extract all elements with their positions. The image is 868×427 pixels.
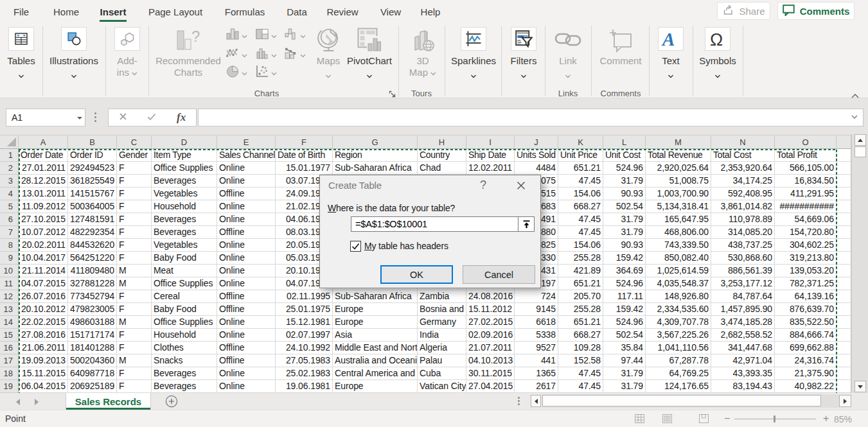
cell-F1[interactable]: Date of Birth <box>276 149 333 162</box>
dialog-help-icon[interactable]: ? <box>480 179 486 192</box>
cell-D10[interactable]: Meat <box>152 265 217 277</box>
cell-D11[interactable]: Office Supplies <box>152 277 217 290</box>
cell-M4[interactable]: 1,003,700.90 <box>646 187 711 200</box>
cell-O18[interactable]: 21,375.90 <box>775 367 837 380</box>
cell-E4[interactable]: Offline <box>217 187 276 200</box>
cell-B14[interactable]: 498603188 <box>68 316 117 329</box>
cell-M2[interactable]: 2,920,025.64 <box>646 162 711 175</box>
cell-E6[interactable]: Online <box>217 213 276 226</box>
cell-L10[interactable]: 364.69 <box>603 265 646 277</box>
cell-N13[interactable]: 1,457,895.90 <box>711 303 775 316</box>
cell-E9[interactable]: Online <box>217 252 276 265</box>
cell-K8[interactable]: 154.06 <box>558 239 603 252</box>
name-box[interactable]: A1 <box>6 109 85 126</box>
cell-C16[interactable]: F <box>117 342 152 354</box>
cell-D1[interactable]: Item Type <box>152 149 217 162</box>
cancel-button[interactable]: Cancel <box>463 265 535 284</box>
cell-J1[interactable]: Units Sold <box>515 149 558 162</box>
row-header-9[interactable]: 9 <box>0 252 19 265</box>
vscroll-up-button[interactable] <box>855 134 866 146</box>
cell-G12[interactable]: Sub-Saharan Africa <box>333 290 418 303</box>
cell-C11[interactable]: M <box>117 277 152 290</box>
cell-I16[interactable]: 21.07.2011 <box>466 342 515 354</box>
cell-N11[interactable]: 3,253,177.12 <box>711 277 775 290</box>
menu-tab-review[interactable]: Review <box>326 0 358 23</box>
cell-N5[interactable]: 3,861,014.82 <box>711 200 775 213</box>
cell-N3[interactable]: 34,174.25 <box>711 175 775 187</box>
row-header-5[interactable]: 5 <box>0 200 19 213</box>
cell-C8[interactable]: F <box>117 239 152 252</box>
cell-L16[interactable]: 35.84 <box>603 342 646 354</box>
row-header-18[interactable]: 18 <box>0 367 19 380</box>
cell-L11[interactable]: 524.96 <box>603 277 646 290</box>
cell-K3[interactable]: 47.45 <box>558 175 603 187</box>
cell-F14[interactable]: 15.12.1981 <box>276 316 333 329</box>
cell-H14[interactable]: Germany <box>418 316 466 329</box>
range-picker-button[interactable] <box>518 216 535 232</box>
cell-A11[interactable]: 04.07.2015 <box>19 277 68 290</box>
cell-O15[interactable]: 884,666.74 <box>775 329 837 342</box>
cell-O11[interactable]: 782,371.25 <box>775 277 837 290</box>
cell-D13[interactable]: Baby Food <box>152 303 217 316</box>
cell-D17[interactable]: Snacks <box>152 354 217 367</box>
ribbon-button-insert-column-chart[interactable] <box>226 28 247 43</box>
menu-tab-view[interactable]: View <box>380 0 401 23</box>
column-header-H[interactable]: H <box>418 135 466 149</box>
cell-C3[interactable]: F <box>117 175 152 187</box>
cell-E1[interactable]: Sales Channel <box>217 149 276 162</box>
cell-A15[interactable]: 27.08.2016 <box>19 329 68 342</box>
cell-E10[interactable]: Online <box>217 265 276 277</box>
cell-O10[interactable]: 139,053.20 <box>775 265 837 277</box>
cell-A17[interactable]: 19.09.2013 <box>19 354 68 367</box>
cell-K11[interactable]: 651.21 <box>558 277 603 290</box>
cell-B19[interactable]: 206925189 <box>68 380 117 393</box>
cell-D5[interactable]: Household <box>152 200 217 213</box>
cell-E15[interactable]: Online <box>217 329 276 342</box>
cell-C19[interactable]: F <box>117 380 152 393</box>
cell-O16[interactable]: 699,662.88 <box>775 342 837 354</box>
cell-O17[interactable]: 24,316.74 <box>775 354 837 367</box>
cell-F16[interactable]: 24.10.1992 <box>276 342 333 354</box>
cell-A3[interactable]: 28.12.2015 <box>19 175 68 187</box>
cell-O3[interactable]: 16,834.50 <box>775 175 837 187</box>
cell-E13[interactable]: Offline <box>217 303 276 316</box>
cell-D12[interactable]: Cereal <box>152 290 217 303</box>
cell-D15[interactable]: Household <box>152 329 217 342</box>
cell-L1[interactable]: Unit Cost <box>603 149 646 162</box>
row-header-19[interactable]: 19 <box>0 380 19 393</box>
cell-A9[interactable]: 10.04.2017 <box>19 252 68 265</box>
cell-A5[interactable]: 11.09.2012 <box>19 200 68 213</box>
menu-tab-help[interactable]: Help <box>421 0 441 23</box>
cell-K16[interactable]: 109.28 <box>558 342 603 354</box>
column-header-J[interactable]: J <box>515 135 558 149</box>
cell-N2[interactable]: 2,353,920.64 <box>711 162 775 175</box>
menu-tab-page-layout[interactable]: Page Layout <box>148 0 202 23</box>
row-header-13[interactable]: 13 <box>0 303 19 316</box>
cell-E7[interactable]: Offline <box>217 226 276 239</box>
cell-C6[interactable]: F <box>117 213 152 226</box>
hscroll-track[interactable] <box>542 394 839 408</box>
cell-A8[interactable]: 20.02.2011 <box>19 239 68 252</box>
formula-expand-icon[interactable] <box>851 115 858 119</box>
ribbon-button-insert-statistic-chart[interactable] <box>256 47 277 62</box>
cell-I19[interactable]: 27.04.2015 <box>466 380 515 393</box>
cell-D19[interactable]: Beverages <box>152 380 217 393</box>
row-header-16[interactable]: 16 <box>0 342 19 354</box>
cell-L4[interactable]: 90.93 <box>603 187 646 200</box>
cell-M6[interactable]: 165,647.95 <box>646 213 711 226</box>
cell-O1[interactable]: Total Profit <box>775 149 837 162</box>
cell-A6[interactable]: 27.10.2015 <box>19 213 68 226</box>
cell-H17[interactable]: Palau <box>418 354 466 367</box>
cell-K4[interactable]: 154.06 <box>558 187 603 200</box>
cell-K14[interactable]: 651.21 <box>558 316 603 329</box>
zoom-level[interactable]: 85% <box>834 414 852 424</box>
cell-C18[interactable]: F <box>117 367 152 380</box>
formula-bar-splitter[interactable] <box>94 112 96 123</box>
cell-J18[interactable]: 1365 <box>515 367 558 380</box>
cell-G15[interactable]: Asia <box>333 329 418 342</box>
vertical-scrollbar[interactable] <box>851 134 868 393</box>
cell-K13[interactable]: 255.28 <box>558 303 603 316</box>
cell-K6[interactable]: 47.45 <box>558 213 603 226</box>
ribbon-button-insert-waterfall-chart[interactable] <box>285 28 306 43</box>
cell-N17[interactable]: 42,971.04 <box>711 354 775 367</box>
